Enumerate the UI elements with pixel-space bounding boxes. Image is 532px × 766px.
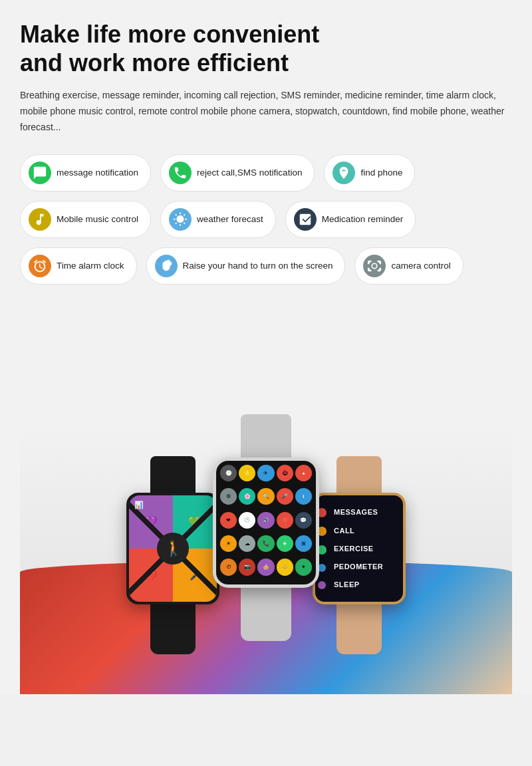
- watch-right: MESSAGES CALL EXERCISE PEDOMETER SLEEP: [313, 456, 406, 654]
- badge-label: Mobile music control: [57, 214, 138, 224]
- badge-find-phone: find phone: [324, 154, 415, 192]
- page-wrapper: Make life more convenient and work more …: [0, 0, 532, 694]
- menu-item-call: CALL: [334, 527, 398, 535]
- badge-weather-forecast: weather forecast: [160, 201, 276, 238]
- menu-item-sleep: SLEEP: [334, 580, 398, 588]
- band-bottom-left: [150, 604, 196, 654]
- app-icon: ⊞: [295, 535, 312, 552]
- badge-alarm-clock: Time alarm clock: [20, 247, 137, 285]
- find-phone-icon: [332, 162, 355, 184]
- app-icon: 🥧: [257, 559, 274, 575]
- watches-container: 💜 💚 ❤️ 🎤: [33, 414, 499, 654]
- watches-section: 💜 💚 ❤️ 🎤: [20, 309, 512, 694]
- badge-label: weather forecast: [197, 214, 263, 224]
- app-icon: 🎤: [277, 488, 293, 505]
- message-icon: [29, 162, 51, 184]
- app-icon: ●: [295, 465, 312, 481]
- app-icon: ⚙: [220, 488, 237, 505]
- badge-music-control: Mobile music control: [20, 201, 151, 238]
- features-row-1: message notification reject call,SMS not…: [20, 154, 512, 192]
- app-icon: 📞: [257, 535, 274, 552]
- app-icon: ⏻: [277, 465, 293, 481]
- left-screen-content: 💜 💚 ❤️ 🎤: [129, 495, 217, 602]
- app-icon: ☀: [220, 535, 237, 552]
- band-top-middle: [241, 414, 291, 457]
- page-title: Make life more convenient and work more …: [20, 20, 512, 77]
- q-icon-tl: 📊: [134, 501, 144, 509]
- center-circle: 🚶: [157, 533, 189, 565]
- band-bottom-middle: [241, 588, 291, 641]
- menu-item-pedometer: PEDOMETER: [334, 563, 398, 571]
- app-icon: 🔊: [257, 512, 274, 529]
- alarm-icon: [29, 255, 51, 277]
- raise-hand-icon: [155, 255, 178, 277]
- badge-label: Time alarm clock: [57, 261, 124, 271]
- badge-message-notification: message notification: [20, 154, 151, 192]
- band-top-left: [150, 456, 196, 493]
- music-icon: [29, 208, 51, 231]
- watch-body-middle: 🕐 ⭐ ✈ ⏻ ● ⚙ 🌸 🔍 🎤 i ❤: [213, 457, 319, 588]
- call-icon: [169, 162, 192, 184]
- features-row-2: Mobile music control weather forecast Me…: [20, 201, 512, 238]
- app-icon: 🕐: [239, 512, 255, 529]
- features-row-3: Time alarm clock Raise your hand to turn…: [20, 247, 512, 285]
- badge-label: Raise your hand to turn on the screen: [183, 261, 333, 271]
- watch-screen-left: 💜 💚 ❤️ 🎤: [129, 495, 217, 602]
- app-icon: 💬: [295, 512, 312, 529]
- badge-raise-hand: Raise your hand to turn on the screen: [146, 247, 346, 285]
- app-icon: ☁: [239, 535, 255, 552]
- medication-icon: [294, 208, 317, 231]
- camera-icon: [363, 255, 386, 277]
- weather-icon: [169, 208, 192, 231]
- app-icon: +: [277, 535, 293, 552]
- badge-medication-reminder: Medication reminder: [285, 201, 416, 238]
- watch-screen-middle: 🕐 ⭐ ✈ ⏻ ● ⚙ 🌸 🔍 🎤 i ❤: [216, 461, 316, 584]
- badge-camera-control: camera control: [354, 247, 463, 285]
- app-icon: 🕐: [220, 465, 237, 481]
- badge-label: camera control: [391, 261, 450, 271]
- menu-container: MESSAGES CALL EXERCISE PEDOMETER SLEEP: [315, 495, 403, 602]
- app-icon: 📷: [239, 559, 255, 575]
- app-icon: ✦: [295, 559, 312, 575]
- app-icon: ❤: [220, 512, 237, 529]
- badge-label: reject call,SMS notification: [197, 168, 302, 178]
- header-description: Breathing exercise, message reminder, in…: [20, 88, 512, 135]
- menu-list: MESSAGES CALL EXERCISE PEDOMETER SLEEP: [329, 495, 403, 602]
- app-icon: ♡: [277, 512, 293, 529]
- app-icon: ⏱: [220, 559, 237, 575]
- band-bottom-right: [336, 604, 382, 654]
- badge-label: find phone: [360, 168, 402, 178]
- badge-label: message notification: [57, 168, 138, 178]
- app-icon: 🌸: [239, 488, 255, 505]
- app-icon: ✈: [257, 465, 274, 481]
- watch-middle: 🕐 ⭐ ✈ ⏻ ● ⚙ 🌸 🔍 🎤 i ❤: [213, 414, 319, 641]
- app-grid: 🕐 ⭐ ✈ ⏻ ● ⚙ 🌸 🔍 🎤 i ❤: [216, 461, 316, 584]
- watch-body-left: 💜 💚 ❤️ 🎤: [126, 493, 219, 604]
- band-top-right: [336, 456, 382, 493]
- menu-item-exercise: EXERCISE: [334, 545, 398, 553]
- watch-body-right: MESSAGES CALL EXERCISE PEDOMETER SLEEP: [313, 493, 406, 604]
- watch-screen-right: MESSAGES CALL EXERCISE PEDOMETER SLEEP: [315, 495, 403, 602]
- app-icon: 👑: [277, 559, 293, 575]
- badge-reject-call: reject call,SMS notification: [160, 154, 315, 192]
- watch-left: 💜 💚 ❤️ 🎤: [126, 456, 219, 654]
- app-icon: 🔍: [257, 488, 274, 505]
- features-grid: message notification reject call,SMS not…: [20, 154, 512, 285]
- app-icon: i: [295, 488, 312, 505]
- badge-label: Medication reminder: [322, 214, 403, 224]
- app-icon: ⭐: [239, 465, 255, 481]
- menu-item-messages: MESSAGES: [334, 508, 398, 516]
